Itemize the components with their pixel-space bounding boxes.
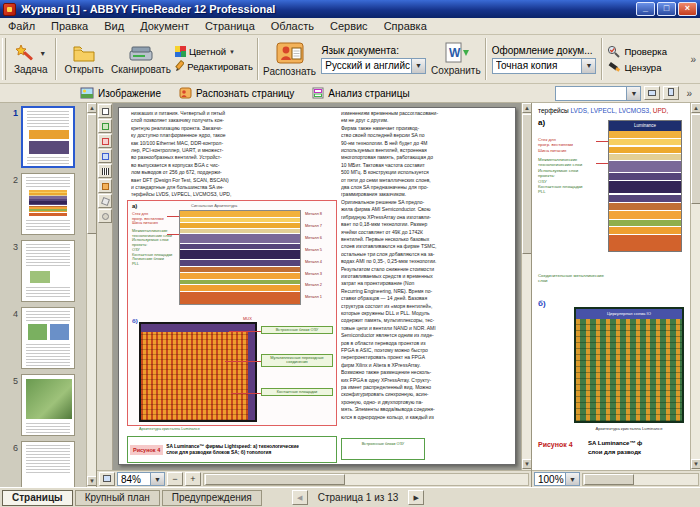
toolbar-grabber[interactable] — [2, 38, 6, 80]
task-button[interactable]: ▼ Задача — [8, 35, 54, 83]
move-tool[interactable] — [98, 209, 112, 223]
scroll-down-icon[interactable]: ▼ — [691, 459, 700, 469]
menu-page[interactable]: Страница — [197, 19, 263, 33]
chevron-down-icon[interactable]: ▼ — [39, 50, 46, 57]
thumb-figure — [29, 190, 67, 216]
tab-warnings[interactable]: Предупреждения — [162, 490, 262, 506]
menu-tools[interactable]: Сервис — [322, 19, 376, 33]
scrollbar-thumb[interactable] — [522, 114, 531, 254]
app-icon[interactable] — [3, 3, 16, 16]
barcode-area-tool[interactable] — [98, 164, 112, 178]
diagram-label: Шина питания — [132, 221, 164, 226]
stack-title: Luminance — [609, 121, 681, 131]
analyze-page-button[interactable]: Анализ страницы — [306, 86, 415, 100]
move-icon — [102, 213, 109, 220]
thumb-text — [26, 423, 70, 433]
page-thumbnail[interactable]: 6 — [6, 441, 75, 487]
scan-button[interactable]: Сканировать — [109, 35, 173, 83]
language-combobox[interactable]: Русский и английс ▼ — [321, 58, 426, 74]
page-thumbnail[interactable]: 4 — [6, 307, 75, 369]
chevron-down-icon[interactable]: ▼ — [626, 87, 640, 100]
save-button[interactable]: W Сохранить — [429, 35, 483, 83]
scroll-up-icon[interactable]: ▲ — [522, 103, 531, 113]
menu-help[interactable]: Справка — [376, 19, 435, 33]
chevron-down-icon[interactable]: ▼ — [150, 473, 164, 485]
chevron-down-icon[interactable]: ▼ — [581, 59, 595, 73]
toolbar-overflow-chevron[interactable]: » — [682, 88, 696, 99]
menu-view[interactable]: Вид — [96, 19, 132, 33]
zoom-out-button[interactable]: − — [167, 472, 183, 486]
prev-page-button[interactable]: ◀ — [292, 490, 308, 505]
closeup-zoom-combobox[interactable]: 100% ▼ — [534, 472, 580, 486]
layout-value: Точная копия — [496, 60, 582, 71]
restore-button[interactable]: □ — [657, 2, 676, 16]
tab-closeup[interactable]: Крупный план — [75, 490, 160, 506]
caption-line-2: слои для разводки блоков SA; б) топологи… — [166, 450, 299, 455]
document-page[interactable]: низкаших и питания. Четвертый и пятыйсло… — [118, 107, 516, 465]
select-area-tool[interactable] — [98, 104, 112, 118]
image-menu-button[interactable]: Изображение — [74, 86, 167, 100]
censor-button[interactable]: Цензура — [605, 61, 686, 73]
content-area: 1 2 3 — [0, 103, 700, 487]
recognize-page-button[interactable]: Распознать страницу — [173, 86, 300, 100]
chevron-down-icon[interactable]: ▼ — [565, 473, 579, 485]
thumbnail-image — [21, 307, 75, 369]
text-line: FPGA в ASIC, поэтому можно быстро — [341, 347, 513, 354]
zoom-combobox[interactable]: 84% ▼ — [117, 472, 165, 486]
table-area-tool[interactable] — [98, 149, 112, 163]
page-thumbnail[interactable]: 3 — [6, 240, 75, 302]
document-horizontal-scrollbar[interactable] — [203, 473, 529, 486]
document-vertical-scrollbar[interactable]: ▲ ▼ — [521, 103, 531, 470]
recognize-area-tool[interactable] — [98, 179, 112, 193]
verify-button[interactable]: Проверка — [605, 45, 686, 58]
toolbar-overflow-chevron[interactable]: » — [686, 54, 700, 65]
page-thumbnail[interactable]: 1 — [6, 106, 75, 168]
svg-text:W: W — [449, 46, 461, 60]
thumb-text — [26, 344, 70, 366]
zoom-in-button[interactable]: + — [185, 472, 201, 486]
color-mode-button[interactable]: Цветной ▼ — [173, 46, 255, 57]
metal-layer-labels: Металл 8Металл 7Металл 6Металл 5Металл 4… — [305, 208, 322, 303]
open-button[interactable]: Открыть — [59, 35, 108, 83]
check-censor-group: Проверка Цензура — [605, 35, 686, 83]
text-area-tool[interactable] — [98, 119, 112, 133]
menu-document[interactable]: Документ — [132, 19, 197, 33]
fit-width-button[interactable] — [644, 86, 660, 100]
thumb-figure — [29, 141, 69, 154]
document-canvas[interactable]: низкаших и питания. Четвертый и пятыйсло… — [113, 103, 521, 470]
pages-scrollbar[interactable]: ▲ ▼ — [86, 103, 96, 487]
closeup-horizontal-scrollbar[interactable] — [582, 473, 699, 486]
scroll-down-icon[interactable]: ▼ — [522, 459, 531, 469]
fit-view-button[interactable] — [99, 472, 115, 486]
caption-text-area[interactable]: Рисунок 4 SA Luminance™ фирмы Lightspeed… — [127, 436, 337, 463]
text-line: вает по 0,18-мкм технологии. Размер — [341, 221, 513, 228]
page-thumbnail[interactable]: 2 — [6, 173, 75, 235]
scrollbar-thumb[interactable] — [205, 474, 345, 485]
scroll-down-icon[interactable]: ▼ — [87, 476, 97, 486]
scrollbar-thumb[interactable] — [691, 114, 700, 204]
recognize-button[interactable]: Распознать — [261, 35, 318, 83]
edit-button[interactable]: Редактировать — [173, 60, 255, 72]
picture-area-tool[interactable] — [98, 134, 112, 148]
layout-combobox[interactable]: Точная копия ▼ — [492, 58, 597, 74]
close-button[interactable]: × — [678, 2, 697, 16]
scroll-up-icon[interactable]: ▲ — [691, 103, 700, 113]
scrollbar-thumb[interactable] — [87, 114, 97, 234]
text-line: лом выводов от 256 до 672, поддержи- — [131, 169, 329, 176]
closeup-vertical-scrollbar[interactable]: ▲ ▼ — [690, 103, 700, 470]
fit-page-button[interactable] — [663, 86, 679, 100]
scroll-up-icon[interactable]: ▲ — [87, 103, 97, 113]
table-area-icon — [102, 153, 109, 160]
minimize-button[interactable]: _ — [636, 2, 655, 16]
eraser-tool[interactable] — [98, 194, 112, 208]
menu-file[interactable]: Файл — [0, 19, 43, 33]
menu-area[interactable]: Область — [263, 19, 322, 33]
chevron-down-icon[interactable]: ▼ — [411, 59, 425, 73]
tab-pages[interactable]: Страницы — [2, 490, 73, 506]
view-combobox[interactable]: ▼ — [555, 86, 641, 101]
next-page-button[interactable]: ▶ — [408, 490, 424, 505]
text-line: перепроектировать проект на FPGA — [341, 354, 513, 361]
menu-edit[interactable]: Правка — [43, 19, 96, 33]
page-thumbnail[interactable]: 5 — [6, 374, 75, 436]
scrollbar-thumb[interactable] — [584, 474, 634, 485]
